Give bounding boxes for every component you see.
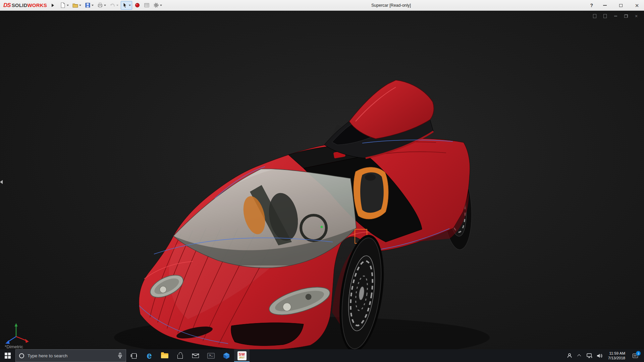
open-caret[interactable] — [79, 5, 81, 6]
task-view-button[interactable] — [126, 349, 142, 362]
edrawings-button[interactable] — [219, 349, 234, 362]
store-button[interactable] — [172, 349, 188, 362]
terminal-icon: >_ — [207, 353, 215, 359]
windows-logo-icon — [5, 353, 11, 359]
task-view-icon — [131, 353, 137, 358]
brand-solid-text: SOLID — [12, 2, 28, 8]
quick-access-toolbar — [59, 1, 163, 10]
new-document-caret[interactable] — [67, 5, 69, 6]
volume-icon — [597, 353, 602, 358]
document-title: Supercar [Read-only] — [371, 0, 411, 11]
taskbar-search[interactable] — [15, 349, 126, 362]
minimize-icon — [603, 5, 607, 6]
solidworks-logo: DS SOLID WORKS — [0, 2, 49, 9]
window-controls: ? ✕ — [590, 0, 641, 11]
doc-window-icon[interactable] — [592, 13, 598, 19]
tray-overflow-button[interactable] — [575, 349, 585, 362]
file-explorer-button[interactable] — [157, 349, 172, 362]
close-icon: ✕ — [635, 3, 639, 8]
appearance-button[interactable] — [133, 1, 142, 10]
people-button[interactable] — [565, 349, 575, 362]
open-folder-icon — [72, 2, 78, 8]
print-icon — [97, 2, 103, 8]
mail-button[interactable] — [188, 349, 203, 362]
terminal-button[interactable]: >_ — [203, 349, 219, 362]
windows-taskbar: e >_ SW 2017 — [0, 349, 644, 362]
doc-close-button[interactable]: × — [633, 13, 639, 19]
document-window-controls: × — [592, 13, 639, 19]
design-table-button[interactable] — [143, 1, 151, 10]
view-orientation-label: *Dimetric — [5, 344, 23, 349]
action-center-button[interactable]: 3 — [629, 349, 642, 362]
options-caret[interactable] — [160, 5, 162, 6]
sketch-point[interactable] — [321, 226, 323, 228]
maximize-button[interactable] — [616, 2, 625, 9]
save-caret[interactable] — [92, 5, 94, 6]
edge-icon: e — [147, 351, 152, 360]
design-table-icon — [144, 2, 150, 8]
select-tool-button[interactable] — [121, 1, 132, 10]
select-tool-caret[interactable] — [129, 5, 131, 6]
select-cursor-icon — [122, 2, 128, 8]
mail-icon — [192, 354, 199, 358]
edge-button[interactable]: e — [142, 349, 157, 362]
reference-triad — [5, 323, 29, 344]
start-button[interactable] — [0, 349, 15, 362]
save-icon — [85, 2, 91, 8]
featuremanager-flyout-arrow[interactable] — [0, 178, 4, 186]
cube-icon — [223, 352, 230, 359]
doc-restore-icon — [624, 14, 628, 18]
brand-works-text: WORKS — [27, 2, 47, 8]
solidworks-taskbar-button[interactable]: SW 2017 — [234, 349, 250, 362]
undo-caret[interactable] — [116, 5, 118, 6]
clock-date: 7/13/2018 — [608, 356, 625, 360]
help-button[interactable]: ? — [590, 3, 593, 8]
doc-minimize-button[interactable] — [612, 13, 619, 19]
seat[interactable] — [354, 167, 388, 219]
people-icon — [567, 353, 572, 358]
options-gear-icon — [153, 2, 159, 8]
expand-menu-arrow-icon[interactable] — [52, 4, 54, 7]
car-model[interactable] — [0, 11, 644, 349]
doc-close-icon: × — [635, 14, 638, 18]
search-input[interactable] — [28, 353, 114, 358]
notification-badge: 3 — [636, 351, 641, 356]
open-button[interactable] — [71, 1, 83, 10]
doc-window-icon-2[interactable] — [602, 13, 608, 19]
undo-icon — [110, 2, 115, 8]
store-icon — [177, 355, 183, 359]
new-document-button[interactable] — [59, 1, 70, 10]
solidworks-app-icon: SW 2017 — [237, 351, 247, 360]
file-explorer-icon — [161, 353, 168, 358]
network-button[interactable] — [585, 349, 595, 362]
chevron-up-icon — [577, 354, 581, 358]
solidworks-window: DS SOLID WORKS — [0, 0, 644, 362]
doc-restore-button[interactable] — [623, 13, 629, 19]
graphics-viewport[interactable]: × — [0, 11, 644, 349]
title-bar: DS SOLID WORKS — [0, 0, 644, 11]
doc-minimize-icon — [614, 16, 617, 16]
print-button[interactable] — [96, 1, 107, 10]
volume-button[interactable] — [595, 349, 605, 362]
minimize-button[interactable] — [600, 2, 609, 9]
taskbar-spacer — [250, 349, 565, 362]
options-button[interactable] — [152, 1, 163, 10]
taskbar-clock[interactable]: 11:59 AM 7/13/2018 — [605, 351, 629, 360]
microphone-icon[interactable] — [118, 353, 122, 359]
close-button[interactable]: ✕ — [633, 2, 641, 9]
save-button[interactable] — [84, 1, 95, 10]
cortana-icon — [19, 353, 24, 358]
network-icon — [587, 353, 592, 358]
clock-time: 11:59 AM — [609, 351, 625, 356]
appearance-sphere-icon — [135, 2, 140, 8]
ds-logo-icon: DS — [3, 2, 11, 9]
maximize-icon — [619, 4, 623, 7]
new-document-icon — [60, 2, 66, 8]
print-caret[interactable] — [104, 5, 106, 6]
system-tray: 11:59 AM 7/13/2018 3 — [565, 349, 644, 362]
undo-button[interactable] — [108, 1, 120, 10]
